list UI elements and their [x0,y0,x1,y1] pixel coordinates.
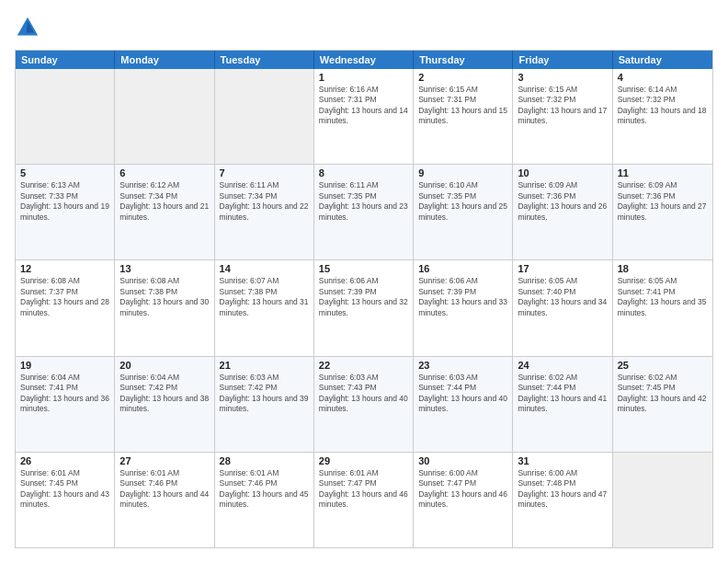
day-number: 4 [618,72,708,83]
day-info: Sunrise: 6:04 AM Sunset: 7:41 PM Dayligh… [20,373,109,415]
day-cell-29: 29Sunrise: 6:01 AM Sunset: 7:47 PM Dayli… [314,453,414,547]
empty-cell-4-6 [613,453,712,547]
page: SundayMondayTuesdayWednesdayThursdayFrid… [0,0,728,563]
weekday-header-tuesday: Tuesday [215,51,314,69]
day-info: Sunrise: 6:01 AM Sunset: 7:47 PM Dayligh… [319,468,408,511]
day-info: Sunrise: 6:08 AM Sunset: 7:37 PM Dayligh… [20,276,109,318]
day-number: 14 [220,263,309,274]
day-number: 12 [20,263,109,274]
day-info: Sunrise: 6:04 AM Sunset: 7:42 PM Dayligh… [119,373,209,415]
day-cell-3: 3Sunrise: 6:15 AM Sunset: 7:32 PM Daylig… [513,69,612,164]
day-cell-5: 5Sunrise: 6:13 AM Sunset: 7:33 PM Daylig… [16,165,115,259]
day-info: Sunrise: 6:09 AM Sunset: 7:36 PM Dayligh… [618,180,708,223]
calendar-row-5: 26Sunrise: 6:01 AM Sunset: 7:45 PM Dayli… [16,452,712,547]
day-cell-10: 10Sunrise: 6:09 AM Sunset: 7:36 PM Dayli… [513,165,612,259]
day-cell-1: 1Sunrise: 6:16 AM Sunset: 7:31 PM Daylig… [314,69,414,164]
calendar-body: 1Sunrise: 6:16 AM Sunset: 7:31 PM Daylig… [16,69,712,547]
weekday-header-thursday: Thursday [414,51,513,69]
empty-cell-0-1 [115,69,214,164]
day-number: 8 [319,167,408,178]
calendar-row-1: 1Sunrise: 6:16 AM Sunset: 7:31 PM Daylig… [16,69,712,164]
day-number: 28 [220,455,309,466]
day-number: 21 [220,360,309,371]
day-cell-21: 21Sunrise: 6:03 AM Sunset: 7:42 PM Dayli… [215,357,314,452]
day-info: Sunrise: 6:09 AM Sunset: 7:36 PM Dayligh… [518,180,607,223]
day-cell-24: 24Sunrise: 6:02 AM Sunset: 7:44 PM Dayli… [513,357,612,452]
day-info: Sunrise: 6:01 AM Sunset: 7:45 PM Dayligh… [20,468,109,511]
day-info: Sunrise: 6:11 AM Sunset: 7:35 PM Dayligh… [319,180,408,223]
day-info: Sunrise: 6:02 AM Sunset: 7:45 PM Dayligh… [618,373,708,415]
day-number: 22 [319,360,408,371]
day-cell-13: 13Sunrise: 6:08 AM Sunset: 7:38 PM Dayli… [115,260,214,355]
day-cell-12: 12Sunrise: 6:08 AM Sunset: 7:37 PM Dayli… [16,260,115,355]
day-cell-6: 6Sunrise: 6:12 AM Sunset: 7:34 PM Daylig… [115,165,214,259]
calendar-row-4: 19Sunrise: 6:04 AM Sunset: 7:41 PM Dayli… [16,356,712,452]
day-number: 6 [119,167,209,178]
day-cell-20: 20Sunrise: 6:04 AM Sunset: 7:42 PM Dayli… [115,357,214,452]
day-info: Sunrise: 6:15 AM Sunset: 7:32 PM Dayligh… [518,85,607,127]
day-info: Sunrise: 6:01 AM Sunset: 7:46 PM Dayligh… [119,468,209,511]
day-cell-23: 23Sunrise: 6:03 AM Sunset: 7:44 PM Dayli… [414,357,513,452]
weekday-header-wednesday: Wednesday [314,51,414,69]
day-info: Sunrise: 6:15 AM Sunset: 7:31 PM Dayligh… [418,85,507,127]
day-number: 23 [418,360,507,371]
day-number: 13 [119,263,209,274]
day-cell-27: 27Sunrise: 6:01 AM Sunset: 7:46 PM Dayli… [115,453,214,547]
day-cell-2: 2Sunrise: 6:15 AM Sunset: 7:31 PM Daylig… [414,69,513,164]
day-info: Sunrise: 6:16 AM Sunset: 7:31 PM Dayligh… [319,85,408,127]
calendar-row-2: 5Sunrise: 6:13 AM Sunset: 7:33 PM Daylig… [16,164,712,259]
day-number: 2 [418,72,507,83]
day-info: Sunrise: 6:12 AM Sunset: 7:34 PM Dayligh… [119,180,209,223]
weekday-header-sunday: Sunday [16,51,115,69]
day-number: 19 [20,360,109,371]
calendar-header: SundayMondayTuesdayWednesdayThursdayFrid… [16,51,712,69]
day-info: Sunrise: 6:06 AM Sunset: 7:39 PM Dayligh… [319,276,408,318]
day-info: Sunrise: 6:11 AM Sunset: 7:34 PM Dayligh… [220,180,309,223]
day-cell-9: 9Sunrise: 6:10 AM Sunset: 7:35 PM Daylig… [414,165,513,259]
day-cell-16: 16Sunrise: 6:06 AM Sunset: 7:39 PM Dayli… [414,260,513,355]
day-number: 17 [518,263,607,274]
day-number: 30 [418,455,507,466]
day-cell-28: 28Sunrise: 6:01 AM Sunset: 7:46 PM Dayli… [215,453,314,547]
day-number: 31 [518,455,607,466]
day-cell-14: 14Sunrise: 6:07 AM Sunset: 7:38 PM Dayli… [215,260,314,355]
calendar-row-3: 12Sunrise: 6:08 AM Sunset: 7:37 PM Dayli… [16,259,712,355]
day-info: Sunrise: 6:13 AM Sunset: 7:33 PM Dayligh… [20,180,109,223]
logo [15,15,44,40]
day-info: Sunrise: 6:05 AM Sunset: 7:41 PM Dayligh… [618,276,708,318]
day-cell-7: 7Sunrise: 6:11 AM Sunset: 7:34 PM Daylig… [215,165,314,259]
day-cell-4: 4Sunrise: 6:14 AM Sunset: 7:32 PM Daylig… [613,69,712,164]
day-info: Sunrise: 6:06 AM Sunset: 7:39 PM Dayligh… [418,276,507,318]
calendar: SundayMondayTuesdayWednesdayThursdayFrid… [15,50,713,548]
day-info: Sunrise: 6:07 AM Sunset: 7:38 PM Dayligh… [220,276,309,318]
day-number: 29 [319,455,408,466]
day-number: 5 [20,167,109,178]
day-cell-26: 26Sunrise: 6:01 AM Sunset: 7:45 PM Dayli… [16,453,115,547]
day-number: 15 [319,263,408,274]
day-number: 11 [618,167,708,178]
day-number: 25 [618,360,708,371]
day-cell-19: 19Sunrise: 6:04 AM Sunset: 7:41 PM Dayli… [16,357,115,452]
day-info: Sunrise: 6:05 AM Sunset: 7:40 PM Dayligh… [518,276,607,318]
day-number: 20 [119,360,209,371]
day-cell-15: 15Sunrise: 6:06 AM Sunset: 7:39 PM Dayli… [314,260,414,355]
day-number: 10 [518,167,607,178]
day-info: Sunrise: 6:08 AM Sunset: 7:38 PM Dayligh… [119,276,209,318]
day-info: Sunrise: 6:10 AM Sunset: 7:35 PM Dayligh… [418,180,507,223]
day-cell-17: 17Sunrise: 6:05 AM Sunset: 7:40 PM Dayli… [513,260,612,355]
empty-cell-0-2 [215,69,314,164]
day-number: 18 [618,263,708,274]
day-number: 24 [518,360,607,371]
logo-icon [15,15,40,40]
day-cell-11: 11Sunrise: 6:09 AM Sunset: 7:36 PM Dayli… [613,165,712,259]
day-info: Sunrise: 6:03 AM Sunset: 7:42 PM Dayligh… [220,373,309,415]
day-number: 7 [220,167,309,178]
day-cell-8: 8Sunrise: 6:11 AM Sunset: 7:35 PM Daylig… [314,165,414,259]
day-cell-31: 31Sunrise: 6:00 AM Sunset: 7:48 PM Dayli… [513,453,612,547]
day-info: Sunrise: 6:03 AM Sunset: 7:43 PM Dayligh… [319,373,408,415]
day-cell-25: 25Sunrise: 6:02 AM Sunset: 7:45 PM Dayli… [613,357,712,452]
day-number: 9 [418,167,507,178]
day-info: Sunrise: 6:02 AM Sunset: 7:44 PM Dayligh… [518,373,607,415]
weekday-header-friday: Friday [513,51,612,69]
day-info: Sunrise: 6:00 AM Sunset: 7:47 PM Dayligh… [418,468,507,511]
